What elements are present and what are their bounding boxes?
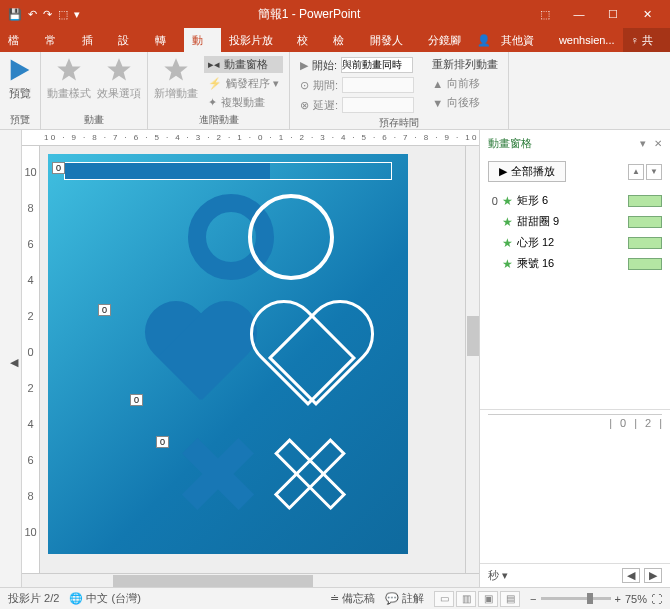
timeline-left[interactable]: ◀: [622, 568, 640, 583]
view-sorter[interactable]: ▥: [456, 591, 476, 607]
reorder-label: 重新排列動畫: [428, 56, 502, 73]
tab-檔案[interactable]: 檔案: [0, 28, 37, 52]
copy-anim-button[interactable]: ✦複製動畫: [204, 94, 283, 111]
tab-投影片放映[interactable]: 投影片放映: [221, 28, 289, 52]
vertical-ruler: 1086420246810: [22, 146, 40, 573]
zoom-in[interactable]: +: [615, 593, 621, 605]
slide-indicator: 投影片 2/2: [8, 591, 59, 606]
move-down-button[interactable]: ▼: [646, 164, 662, 180]
anim-tag-3[interactable]: 0: [156, 436, 169, 448]
heart-outline[interactable]: [248, 304, 368, 412]
share-button[interactable]: ♀ 共用: [623, 28, 670, 52]
notes-button[interactable]: ≐ 備忘稿: [330, 591, 375, 606]
play-all-button[interactable]: ▶全部播放: [488, 161, 566, 182]
anim-tag-0[interactable]: 0: [52, 162, 65, 174]
anim-item-1[interactable]: ★甜甜圈 9: [486, 211, 664, 232]
comments-button[interactable]: 💬 註解: [385, 591, 424, 606]
anim-style-button[interactable]: 動畫樣式: [47, 56, 91, 101]
donut-outline[interactable]: [248, 194, 334, 280]
zoom-slider[interactable]: [541, 597, 611, 600]
preview-button[interactable]: 預覽: [6, 56, 34, 101]
bar-shape[interactable]: [64, 162, 392, 180]
qat-save[interactable]: 💾: [8, 8, 22, 21]
anim-item-0[interactable]: 0★矩形 6: [486, 190, 664, 211]
tab-轉場[interactable]: 轉場: [147, 28, 184, 52]
group-advanced-label: 進階動畫: [199, 113, 239, 127]
close-button[interactable]: ✕: [632, 8, 662, 21]
delay-input[interactable]: [342, 97, 414, 113]
trigger-button[interactable]: ⚡觸發程序 ▾: [204, 75, 283, 92]
anim-pane-drop[interactable]: ▾: [640, 137, 646, 150]
anim-item-2[interactable]: ★心形 12: [486, 232, 664, 253]
zoom-level[interactable]: 75%: [625, 593, 647, 605]
vertical-scrollbar[interactable]: [465, 146, 479, 573]
anim-tag-2[interactable]: 0: [130, 394, 143, 406]
view-normal[interactable]: ▭: [434, 591, 454, 607]
horizontal-scrollbar[interactable]: [22, 573, 479, 587]
duration-label: 期間:: [313, 78, 338, 93]
tab-常用[interactable]: 常用: [37, 28, 74, 52]
other-info[interactable]: 其他資訊: [493, 28, 551, 52]
tab-校閱[interactable]: 校閱: [289, 28, 326, 52]
tab-分鏡腳本[interactable]: 分鏡腳本: [420, 28, 478, 52]
tab-檢視[interactable]: 檢視: [325, 28, 362, 52]
move-forward-button[interactable]: ▲向前移: [428, 75, 502, 92]
user-name[interactable]: wenhsien...: [551, 28, 623, 52]
anim-pane-title: 動畫窗格: [488, 136, 532, 151]
group-timing-label: 預存時間: [379, 116, 419, 130]
cross-solid[interactable]: [178, 434, 258, 514]
start-input[interactable]: [341, 57, 413, 73]
horizontal-ruler: 10 · 9 · 8 · 7 · 6 · 5 · 4 · 3 · 2 · 1 ·…: [22, 130, 479, 146]
qat-redo[interactable]: ↷: [43, 8, 52, 21]
svg-marker-2: [107, 58, 130, 80]
fit-window[interactable]: ⛶: [651, 593, 662, 605]
heart-solid[interactable]: [140, 304, 260, 412]
qat-touch[interactable]: ⬚: [58, 8, 68, 21]
effect-options-button[interactable]: 效果選項: [97, 56, 141, 101]
view-reading[interactable]: ▣: [478, 591, 498, 607]
person-icon: 👤: [477, 34, 493, 47]
group-preview-label: 預覽: [10, 113, 30, 127]
seconds-dropdown[interactable]: 秒 ▾: [488, 568, 508, 583]
display-options[interactable]: ⬚: [530, 8, 560, 21]
anim-tag-1[interactable]: 0: [98, 304, 111, 316]
cross-outline[interactable]: [270, 434, 350, 514]
move-up-button[interactable]: ▲: [628, 164, 644, 180]
zoom-out[interactable]: −: [530, 593, 536, 605]
minimize-button[interactable]: —: [564, 8, 594, 21]
svg-marker-0: [11, 60, 30, 81]
qat-more[interactable]: ▾: [74, 8, 80, 21]
thumb-collapse[interactable]: ◀: [8, 356, 21, 369]
tab-插入[interactable]: 插入: [74, 28, 111, 52]
lang-indicator[interactable]: 🌐 中文 (台灣): [69, 591, 140, 606]
tab-設計[interactable]: 設計: [110, 28, 147, 52]
anim-pane-button[interactable]: ▸◂動畫窗格: [204, 56, 283, 73]
duration-input[interactable]: [342, 77, 414, 93]
start-label: 開始:: [312, 58, 337, 73]
window-title: 簡報1 - PowerPoint: [88, 6, 530, 23]
move-back-button[interactable]: ▼向後移: [428, 94, 502, 111]
svg-marker-3: [164, 58, 187, 80]
anim-pane-close[interactable]: ✕: [654, 138, 662, 149]
add-anim-button[interactable]: 新增動畫: [154, 56, 198, 101]
maximize-button[interactable]: ☐: [598, 8, 628, 21]
qat-undo[interactable]: ↶: [28, 8, 37, 21]
timeline-right[interactable]: ▶: [644, 568, 662, 583]
tab-開發人員[interactable]: 開發人員: [362, 28, 420, 52]
group-anim-label: 動畫: [84, 113, 104, 127]
slide-canvas[interactable]: 0 0 0 0: [48, 154, 408, 554]
view-slideshow[interactable]: ▤: [500, 591, 520, 607]
delay-label: 延遲:: [313, 98, 338, 113]
tab-動畫[interactable]: 動畫: [184, 28, 221, 52]
anim-item-3[interactable]: ★乘號 16: [486, 253, 664, 274]
svg-marker-1: [57, 58, 80, 80]
